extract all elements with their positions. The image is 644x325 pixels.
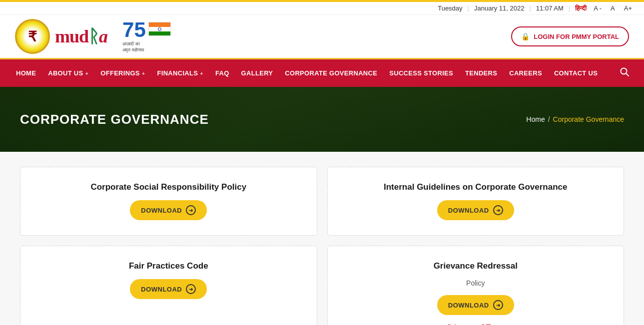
page-title: CORPORATE GOVERNANCE: [20, 112, 209, 127]
azadi-badge: 75 आज़ादी का अमृत महोत्सव: [122, 19, 171, 53]
search-icon[interactable]: [615, 59, 634, 87]
azadi-line2: अमृत महोत्सव: [122, 47, 144, 53]
card-grievance-redressal: Grievance Redressal Policy DOWNLOAD ➜ Gr…: [327, 246, 625, 325]
date-label: January 11, 2022: [474, 4, 524, 12]
cards-grid: Corporate Social Responsibility Policy D…: [20, 167, 624, 325]
breadcrumb-home[interactable]: Home: [526, 115, 545, 123]
brand-name: mudᚱa: [55, 27, 107, 45]
nav-about-us[interactable]: ABOUT US +: [42, 61, 94, 85]
svg-line-1: [626, 73, 629, 76]
csr-policy-download-button[interactable]: DOWNLOAD ➜: [130, 200, 207, 220]
grievance-redressal-download-label: DOWNLOAD: [448, 302, 489, 309]
about-us-plus-icon: +: [85, 70, 89, 76]
breadcrumb: Home / Corporate Governance: [526, 115, 624, 123]
login-button[interactable]: 🔒 LOGIN FOR PMMY PORTAL: [511, 26, 629, 46]
grievance-officers-link[interactable]: Grievance Officers: [447, 323, 505, 325]
csr-policy-arrow-icon: ➜: [186, 205, 196, 215]
day-label: Tuesday: [438, 4, 462, 12]
nav-tenders[interactable]: TENDERS: [459, 61, 503, 85]
fair-practices-download-button[interactable]: DOWNLOAD ➜: [130, 279, 207, 299]
fair-practices-download-label: DOWNLOAD: [141, 286, 182, 293]
card-fair-practices: Fair Practices Code DOWNLOAD ➜: [20, 246, 317, 325]
card-csr-policy: Corporate Social Responsibility Policy D…: [20, 167, 317, 236]
internal-guidelines-download-label: DOWNLOAD: [448, 207, 489, 214]
internal-guidelines-download-button[interactable]: DOWNLOAD ➜: [437, 200, 514, 220]
lock-icon: 🔒: [521, 32, 530, 40]
rupee-symbol: ₹: [28, 28, 37, 45]
azadi-number: 75: [122, 19, 146, 40]
breadcrumb-current: Corporate Governance: [553, 115, 624, 123]
nav-careers[interactable]: CAREERS: [503, 61, 548, 85]
internal-guidelines-title: Internal Guidelines on Corporate Governa…: [384, 182, 567, 192]
logo-circle: ₹: [15, 19, 50, 54]
grievance-redressal-subtitle: Policy: [466, 279, 485, 287]
nav-home[interactable]: HOME: [10, 61, 42, 85]
nav-contact-us[interactable]: CONTACT US: [548, 61, 604, 85]
nav-offerings[interactable]: OFFERINGS +: [94, 61, 151, 85]
login-label: LOGIN FOR PMMY PORTAL: [534, 33, 619, 40]
fair-practices-arrow-icon: ➜: [186, 284, 196, 294]
main-nav: HOME ABOUT US + OFFERINGS + FINANCIALS +…: [0, 59, 644, 87]
brand-text: mudᚱa: [55, 27, 107, 45]
csr-policy-title: Corporate Social Responsibility Policy: [90, 182, 246, 192]
font-medium-button[interactable]: A: [609, 4, 617, 12]
logo-area: ₹ mudᚱa 75: [15, 19, 171, 54]
nav-corporate-governance[interactable]: CORPORATE GOVERNANCE: [279, 61, 383, 85]
azadi-line1: आज़ादी का: [122, 41, 144, 47]
top-bar: Tuesday | January 11, 2022 | 11:07 AM | …: [0, 2, 644, 15]
hero-banner: CORPORATE GOVERNANCE Home / Corporate Go…: [0, 87, 644, 152]
card-internal-guidelines: Internal Guidelines on Corporate Governa…: [327, 167, 625, 236]
offerings-plus-icon: +: [142, 70, 145, 76]
font-large-button[interactable]: A+: [622, 4, 634, 12]
nav-gallery[interactable]: GALLERY: [235, 61, 279, 85]
font-small-button[interactable]: A -: [592, 4, 604, 12]
financials-plus-icon: +: [200, 70, 203, 76]
grievance-redressal-title: Grievance Redressal: [434, 261, 518, 271]
grievance-redressal-arrow-icon: ➜: [493, 300, 503, 310]
nav-faq[interactable]: FAQ: [209, 61, 235, 85]
internal-guidelines-arrow-icon: ➜: [493, 205, 503, 215]
time-label: 11:07 AM: [536, 4, 564, 12]
nav-financials[interactable]: FINANCIALS +: [151, 61, 209, 85]
nav-success-stories[interactable]: SUCCESS STORIES: [383, 61, 459, 85]
main-content: Corporate Social Responsibility Policy D…: [0, 152, 644, 325]
fair-practices-title: Fair Practices Code: [129, 261, 208, 271]
language-toggle[interactable]: हिन्दी: [575, 4, 587, 12]
breadcrumb-separator: /: [548, 115, 550, 123]
csr-policy-download-label: DOWNLOAD: [141, 207, 182, 214]
site-header: ₹ mudᚱa 75: [0, 15, 644, 59]
grievance-redressal-download-button[interactable]: DOWNLOAD ➜: [437, 295, 514, 315]
